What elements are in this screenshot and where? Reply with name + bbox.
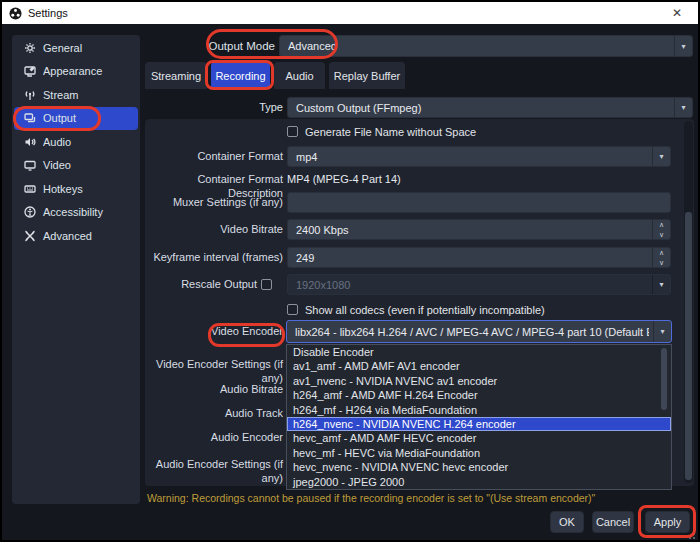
type-value: Custom Output (FFmpeg) (296, 98, 670, 117)
sidebar-item-stream[interactable]: Stream (14, 83, 138, 107)
encoder-option[interactable]: Disable Encoder (287, 345, 671, 359)
sidebar-item-appearance[interactable]: Appearance (14, 60, 138, 84)
resize-grip[interactable] (687, 531, 695, 539)
encoder-option[interactable]: jpeg2000 - JPEG 2000 (287, 475, 671, 489)
sidebar-item-hotkeys[interactable]: Hotkeys (14, 177, 138, 201)
chevron-down-icon: ▾ (652, 275, 670, 294)
sidebar-item-label: Audio (43, 136, 71, 148)
audio-encoder-label: Audio Encoder (145, 430, 283, 444)
tab-audio[interactable]: Audio (274, 62, 325, 89)
speaker-icon (24, 136, 36, 148)
keyframe-interval-label: Keyframe interval (frames) (145, 247, 283, 268)
type-label: Type (145, 97, 283, 118)
keyboard-icon (24, 183, 36, 195)
tab-recording[interactable]: Recording (211, 62, 270, 89)
keyframe-interval-spinner[interactable]: 249 ∧∨ (287, 247, 671, 268)
spinner-buttons[interactable]: ∧∨ (652, 220, 670, 239)
encoder-option[interactable]: hevc_amf - AMD AMF HEVC encoder (287, 431, 671, 445)
apply-button[interactable]: Apply (645, 511, 690, 533)
sidebar-item-output[interactable]: Output (14, 107, 138, 131)
sidebar-item-label: Hotkeys (43, 183, 83, 195)
encoder-option-selected[interactable]: h264_nvenc - NVIDIA NVENC H.264 encoder (287, 417, 671, 431)
monitor-icon (24, 159, 36, 171)
encoder-option[interactable]: hevc_mf - HEVC via MediaFoundation (287, 446, 671, 460)
show-all-codecs-checkbox[interactable] (287, 304, 298, 315)
sidebar-item-accessibility[interactable]: Accessibility (14, 201, 138, 225)
video-bitrate-spinner[interactable]: 2400 Kbps ∧∨ (287, 219, 671, 240)
sidebar-item-audio[interactable]: Audio (14, 130, 138, 154)
encoder-option[interactable]: h264_mf - H264 via MediaFoundation (287, 403, 671, 417)
tools-icon (24, 230, 36, 242)
spin-down-icon[interactable]: ∨ (653, 230, 670, 240)
panel-scrollbar-track[interactable] (684, 121, 693, 483)
muxer-settings-input[interactable] (287, 192, 671, 213)
chevron-down-icon: ▾ (674, 36, 692, 56)
audio-encoder-settings-label: Audio Encoder Settings (if any) (145, 457, 283, 471)
type-select[interactable]: Custom Output (FFmpeg) ▾ (287, 97, 693, 118)
output-icon (24, 112, 36, 124)
generate-filename-checkbox[interactable] (287, 126, 298, 137)
close-icon[interactable]: ✕ (666, 2, 688, 24)
antenna-icon (24, 89, 36, 101)
encoder-option[interactable]: hevc_nvenc - NVIDIA NVENC hevc encoder (287, 460, 671, 474)
encoder-option[interactable]: av1_nvenc - NVIDIA NVENC av1 encoder (287, 374, 671, 388)
sidebar-item-label: Advanced (43, 230, 92, 242)
tab-label: Streaming (151, 70, 201, 82)
generate-filename-label: Generate File Name without Space (305, 125, 476, 139)
sidebar-item-label: General (43, 42, 82, 54)
sidebar-item-video[interactable]: Video (14, 154, 138, 178)
rescale-output-label: Rescale Output (145, 274, 257, 295)
video-encoder-value: libx264 - libx264 H.264 / AVC / MPEG-4 A… (295, 321, 649, 342)
encoder-option[interactable]: h264_amf - AMD AMF H.264 Encoder (287, 388, 671, 402)
dropdown-scrollbar[interactable] (661, 348, 667, 410)
sidebar-item-general[interactable]: General (14, 36, 138, 60)
audio-bitrate-label: Audio Bitrate (145, 382, 283, 396)
sidebar-item-label: Video (43, 159, 71, 171)
rescale-output-value: 1920x1080 (296, 275, 648, 294)
title-bar: Settings ✕ (2, 2, 698, 24)
container-format-label: Container Format (145, 146, 283, 167)
spin-down-icon[interactable]: ∨ (653, 258, 670, 268)
show-all-codecs-label: Show all codecs (even if potentially inc… (305, 303, 545, 317)
video-bitrate-label: Video Bitrate (145, 219, 283, 240)
video-encoder-settings-label: Video Encoder Settings (if any) (145, 357, 283, 371)
container-format-description-value: MP4 (MPEG-4 Part 14) (287, 172, 401, 186)
tab-streaming[interactable]: Streaming (145, 62, 207, 89)
audio-track-label: Audio Track (145, 406, 283, 420)
spin-up-icon[interactable]: ∧ (653, 248, 670, 258)
video-encoder-select[interactable]: libx264 - libx264 H.264 / AVC / MPEG-4 A… (286, 320, 672, 343)
spin-up-icon[interactable]: ∧ (653, 220, 670, 230)
muxer-settings-label: Muxer Settings (if any) (145, 192, 283, 213)
tab-label: Replay Buffer (334, 70, 400, 82)
sidebar-item-label: Accessibility (43, 206, 103, 218)
tab-label: Audio (285, 70, 313, 82)
keyframe-interval-value: 249 (296, 248, 648, 267)
chevron-down-icon: ▾ (653, 321, 671, 342)
tab-replay-buffer[interactable]: Replay Buffer (329, 62, 405, 89)
window-title: Settings (28, 7, 68, 19)
sidebar-item-label: Appearance (43, 65, 102, 77)
panel-scrollbar-thumb[interactable] (685, 212, 692, 480)
chevron-down-icon: ▾ (652, 147, 670, 166)
output-mode-select[interactable]: Advanced ▾ (279, 35, 693, 57)
appearance-icon (24, 65, 36, 77)
sidebar-item-label: Stream (43, 89, 78, 101)
container-format-select[interactable]: mp4 ▾ (287, 146, 671, 167)
accessibility-icon (24, 206, 36, 218)
encoder-option[interactable]: av1_amf - AMD AMF AV1 encoder (287, 359, 671, 373)
spinner-buttons[interactable]: ∧∨ (652, 248, 670, 267)
ok-button[interactable]: OK (550, 511, 584, 533)
sidebar-item-label: Output (43, 112, 76, 124)
sidebar: General Appearance Stream Output (12, 35, 140, 504)
rescale-output-checkbox[interactable] (261, 279, 272, 290)
container-format-value: mp4 (296, 147, 648, 166)
gear-icon (24, 42, 36, 54)
settings-window: Settings ✕ General Appearance St (0, 0, 700, 542)
obs-logo-icon (9, 7, 22, 20)
warning-text: Warning: Recordings cannot be paused if … (147, 492, 595, 504)
cancel-button[interactable]: Cancel (592, 511, 634, 533)
output-mode-value: Advanced (288, 36, 670, 56)
video-encoder-label: Video Encoder (145, 321, 283, 342)
container-format-description-label: Container Format Description (145, 172, 283, 186)
sidebar-item-advanced[interactable]: Advanced (14, 224, 138, 248)
